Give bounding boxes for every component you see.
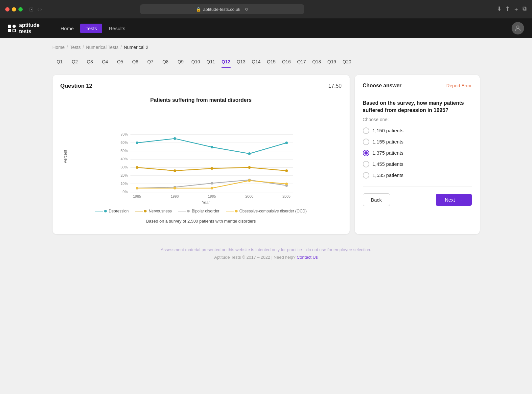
answer-header: Choose answer Report Error bbox=[363, 83, 472, 94]
address-bar[interactable]: 🔒 aptitude-tests.co.uk ↻ bbox=[140, 4, 304, 14]
action-buttons: Back Next → bbox=[363, 186, 472, 206]
nav-results[interactable]: Results bbox=[104, 24, 130, 33]
svg-point-25 bbox=[248, 152, 251, 155]
next-button[interactable]: Next → bbox=[436, 194, 472, 206]
svg-point-28 bbox=[173, 169, 176, 172]
answer-card: Choose answer Report Error Based on the … bbox=[355, 75, 480, 234]
question-nav-btn-q8[interactable]: Q8 bbox=[158, 56, 173, 68]
question-nav-btn-q4[interactable]: Q4 bbox=[98, 56, 112, 68]
copyright-text: Aptitude Tests © 2017 – 2022 | Need help… bbox=[59, 255, 473, 260]
download-icon[interactable]: ⬇ bbox=[497, 5, 502, 13]
browser-actions: ⬇ ⬆ ＋ ⧉ bbox=[497, 5, 527, 13]
svg-point-38 bbox=[173, 187, 176, 189]
question-nav-btn-q17[interactable]: Q17 bbox=[294, 56, 309, 68]
option-label-4: 1,535 patients bbox=[373, 172, 404, 178]
svg-point-27 bbox=[136, 166, 138, 169]
svg-point-24 bbox=[211, 146, 213, 148]
question-text: Based on the survey, how many patients s… bbox=[363, 99, 472, 114]
svg-text:1985: 1985 bbox=[133, 194, 141, 198]
svg-point-26 bbox=[285, 142, 288, 144]
svg-point-40 bbox=[248, 179, 251, 182]
breadcrumb: Home / Tests / Numerical Tests / Numeric… bbox=[53, 45, 480, 50]
forward-arrow-icon[interactable]: › bbox=[40, 7, 42, 12]
question-nav-btn-q7[interactable]: Q7 bbox=[143, 56, 158, 68]
timer: 17:50 bbox=[328, 83, 341, 89]
svg-point-29 bbox=[211, 167, 213, 170]
url-text: aptitude-tests.co.uk bbox=[203, 7, 240, 12]
svg-point-0 bbox=[517, 26, 519, 28]
new-tab-icon[interactable]: ＋ bbox=[513, 5, 519, 13]
minimize-button[interactable] bbox=[12, 7, 16, 11]
question-nav-btn-q15[interactable]: Q15 bbox=[264, 56, 279, 68]
close-button[interactable] bbox=[5, 7, 10, 11]
svg-text:70%: 70% bbox=[120, 132, 127, 136]
legend-bipolar: Bipolar disorder bbox=[178, 209, 219, 213]
user-avatar[interactable] bbox=[512, 22, 524, 34]
question-card: Question 12 17:50 Patients suffering fro… bbox=[53, 75, 350, 234]
svg-point-31 bbox=[285, 169, 288, 172]
question-nav-btn-q16[interactable]: Q16 bbox=[279, 56, 294, 68]
logo-icon bbox=[8, 25, 16, 32]
nav-home[interactable]: Home bbox=[55, 24, 79, 33]
breadcrumb-numerical-tests[interactable]: Numerical Tests bbox=[86, 45, 118, 50]
svg-text:1995: 1995 bbox=[208, 194, 216, 198]
option-item-0[interactable]: 1,150 patients bbox=[363, 127, 472, 134]
legend-nervousness: Nervousness bbox=[135, 209, 172, 213]
svg-text:2005: 2005 bbox=[282, 194, 290, 198]
question-nav-btn-q20[interactable]: Q20 bbox=[340, 56, 354, 68]
radio-outer-4 bbox=[363, 172, 369, 179]
windows-icon[interactable]: ⧉ bbox=[522, 5, 527, 13]
svg-text:30%: 30% bbox=[120, 165, 127, 169]
breadcrumb-tests[interactable]: Tests bbox=[70, 45, 81, 50]
question-nav-btn-q19[interactable]: Q19 bbox=[325, 56, 339, 68]
svg-text:20%: 20% bbox=[120, 173, 127, 177]
y-axis-label: Percent bbox=[63, 150, 68, 163]
option-item-1[interactable]: 1,155 patients bbox=[363, 139, 472, 145]
chart-title: Patients suffering from mental disorders bbox=[60, 97, 342, 103]
fullscreen-button[interactable] bbox=[18, 7, 23, 11]
browser-chrome: ⊡ ‹ › 🔒 aptitude-tests.co.uk ↻ ⬇ ⬆ ＋ ⧉ bbox=[0, 0, 532, 18]
choose-one-label: Choose one: bbox=[363, 117, 472, 122]
chart-legend: Depression Nervousness bbox=[60, 209, 342, 213]
radio-outer-3 bbox=[363, 161, 369, 167]
question-nav-btn-q2[interactable]: Q2 bbox=[68, 56, 82, 68]
question-header: Question 12 17:50 bbox=[60, 83, 342, 89]
choose-answer-label: Choose answer bbox=[363, 83, 402, 89]
option-item-4[interactable]: 1,535 patients bbox=[363, 172, 472, 179]
svg-point-23 bbox=[173, 137, 176, 140]
option-item-3[interactable]: 1,455 patients bbox=[363, 161, 472, 167]
option-item-2[interactable]: 1,375 patients bbox=[363, 150, 472, 156]
question-nav-btn-q18[interactable]: Q18 bbox=[310, 56, 324, 68]
question-nav-btn-q11[interactable]: Q11 bbox=[204, 56, 218, 68]
footer: Assessment material presented on this we… bbox=[53, 234, 480, 266]
option-label-2: 1,375 patients bbox=[373, 150, 404, 156]
chart-container: Patients suffering from mental disorders… bbox=[60, 95, 342, 226]
question-nav-btn-q12[interactable]: Q12 bbox=[219, 56, 233, 68]
question-nav-btn-q3[interactable]: Q3 bbox=[83, 56, 97, 68]
report-error-link[interactable]: Report Error bbox=[446, 83, 472, 88]
question-nav-btn-q9[interactable]: Q9 bbox=[173, 56, 188, 68]
back-button[interactable]: Back bbox=[363, 193, 390, 206]
question-nav-btn-q10[interactable]: Q10 bbox=[189, 56, 203, 68]
sidebar-toggle-icon[interactable]: ⊡ bbox=[29, 6, 34, 12]
radio-inner-2 bbox=[364, 151, 368, 155]
contact-us-link[interactable]: Contact Us bbox=[297, 255, 318, 260]
legend-ocd: Obsessive-compulsive disorder (OCD) bbox=[226, 209, 307, 213]
legend-depression: Depression bbox=[95, 209, 129, 213]
nav-tests[interactable]: Tests bbox=[80, 24, 102, 33]
question-nav-btn-q14[interactable]: Q14 bbox=[249, 56, 264, 68]
share-icon[interactable]: ⬆ bbox=[505, 5, 510, 13]
breadcrumb-home[interactable]: Home bbox=[53, 45, 65, 50]
back-arrow-icon[interactable]: ‹ bbox=[37, 7, 39, 12]
question-nav-btn-q6[interactable]: Q6 bbox=[128, 56, 143, 68]
svg-text:50%: 50% bbox=[120, 149, 127, 153]
question-nav-btn-q5[interactable]: Q5 bbox=[113, 56, 127, 68]
svg-text:60%: 60% bbox=[120, 141, 127, 144]
option-label-3: 1,455 patients bbox=[373, 161, 404, 167]
lock-icon: 🔒 bbox=[196, 7, 201, 12]
reload-icon[interactable]: ↻ bbox=[245, 7, 248, 12]
question-nav-btn-q1[interactable]: Q1 bbox=[53, 56, 67, 68]
question-nav-btn-q13[interactable]: Q13 bbox=[234, 56, 248, 68]
options-list: 1,150 patients1,155 patients1,375 patien… bbox=[363, 127, 472, 179]
breadcrumb-current: Numerical 2 bbox=[124, 45, 149, 50]
